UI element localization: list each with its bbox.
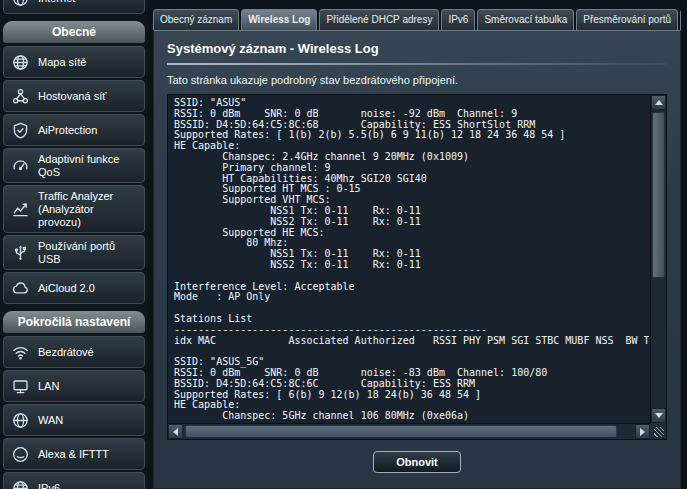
sidebar-item-aicloud[interactable]: AiCloud 2.0 xyxy=(3,272,145,304)
horizontal-scroll-track[interactable] xyxy=(183,424,635,439)
sidebar-item-usb[interactable]: Používání portů USB xyxy=(3,235,145,270)
shield-icon xyxy=(9,119,31,141)
up-arrow-icon xyxy=(655,100,663,105)
sidebar: Internet Obecné Mapa sítě Hostovaná síť … xyxy=(0,0,148,489)
down-arrow-icon xyxy=(655,413,663,418)
wifi-icon xyxy=(9,341,31,363)
wan-globe-icon xyxy=(9,409,31,431)
sidebar-item-label: LAN xyxy=(38,380,59,393)
tab-dhcp-leases[interactable]: Přidělené DHCP adresy xyxy=(319,9,439,30)
log-text: SSID: "ASUS" RSSI: 0 dBm SNR: 0 dB noise… xyxy=(169,96,649,422)
tab-routing-table[interactable]: Směrovací tabulka xyxy=(477,9,574,30)
sidebar-item-alexa-ifttt[interactable]: Alexa & IFTTT xyxy=(3,438,145,470)
sidebar-item-wan[interactable]: WAN xyxy=(3,404,145,436)
sidebar-item-label: WAN xyxy=(38,414,63,427)
ipv6-globe-icon xyxy=(9,477,31,489)
tab-ipv6[interactable]: IPv6 xyxy=(441,9,475,30)
sidebar-item-label: Používání portů USB xyxy=(38,240,139,265)
refresh-button[interactable]: Obnovit xyxy=(373,451,461,473)
sidebar-item-aiprotection[interactable]: AiProtection xyxy=(3,114,145,146)
title-divider xyxy=(167,63,667,65)
scroll-right-button[interactable] xyxy=(635,424,650,439)
sidebar-section-general: Obecné xyxy=(3,21,145,43)
scroll-left-button[interactable] xyxy=(168,424,183,439)
tab-general-log[interactable]: Obecný záznam xyxy=(153,9,239,30)
sidebar-item-label: Hostovaná síť xyxy=(38,90,106,103)
tab-connections[interactable]: Připojení xyxy=(680,9,681,30)
sidebar-item-traffic-analyzer[interactable]: Traffic Analyzer (Analyzátor provozu) xyxy=(3,185,145,233)
vertical-scroll-track[interactable] xyxy=(651,110,666,408)
internet-globe-icon xyxy=(9,0,31,9)
sidebar-item-network-map[interactable]: Mapa sítě xyxy=(3,46,145,78)
sidebar-item-ipv6[interactable]: IPv6 xyxy=(3,472,145,489)
sidebar-item-label: AiProtection xyxy=(38,124,97,137)
sidebar-item-lan[interactable]: LAN xyxy=(3,370,145,402)
sidebar-item-label: Mapa sítě xyxy=(38,56,86,69)
main-content: Obecný záznam Wireless Log Přidělené DHC… xyxy=(148,0,687,489)
sidebar-item-label: Alexa & IFTTT xyxy=(38,448,109,461)
right-arrow-icon xyxy=(640,428,645,436)
sidebar-item-label: Adaptivní funkce QoS xyxy=(38,153,139,178)
lan-monitor-icon xyxy=(9,375,31,397)
sidebar-item-wireless[interactable]: Bezdrátové xyxy=(3,336,145,368)
cloud-icon xyxy=(9,277,31,299)
sidebar-item-label: Bezdrátové xyxy=(38,346,94,359)
router-admin-screen: Internet Obecné Mapa sítě Hostovaná síť … xyxy=(0,0,687,489)
page-title: Systémový záznam - Wireless Log xyxy=(167,41,667,56)
horizontal-scrollbar[interactable] xyxy=(168,423,650,439)
guest-network-icon xyxy=(9,85,31,107)
resize-grip[interactable] xyxy=(650,423,666,439)
sidebar-item-label: Internet xyxy=(38,0,75,4)
vertical-scroll-thumb[interactable] xyxy=(652,112,665,278)
sidebar-item-label: AiCloud 2.0 xyxy=(38,282,95,295)
left-arrow-icon xyxy=(173,428,178,436)
vertical-scrollbar[interactable] xyxy=(650,95,666,423)
page-description: Tato stránka ukazuje podrobný stav bezdr… xyxy=(167,74,667,86)
network-map-icon xyxy=(9,51,31,73)
horizontal-scroll-thumb[interactable] xyxy=(185,425,617,438)
tab-bar: Obecný záznam Wireless Log Přidělené DHC… xyxy=(153,6,681,30)
sidebar-item-label: IPv6 xyxy=(38,482,60,489)
scroll-up-button[interactable] xyxy=(651,95,666,110)
scroll-down-button[interactable] xyxy=(651,408,666,423)
traffic-analyzer-icon xyxy=(9,198,31,220)
sidebar-item-label: Traffic Analyzer (Analyzátor provozu) xyxy=(38,190,139,228)
tab-port-forwarding[interactable]: Přesměrování portů xyxy=(576,9,678,30)
sidebar-item-guest-network[interactable]: Hostovaná síť xyxy=(3,80,145,112)
usb-icon xyxy=(9,242,31,264)
sidebar-item-internet[interactable]: Internet xyxy=(3,0,145,14)
qos-gauge-icon xyxy=(9,155,31,177)
wireless-log-textarea[interactable]: SSID: "ASUS" RSSI: 0 dBm SNR: 0 dB noise… xyxy=(167,94,667,440)
sidebar-item-qos[interactable]: Adaptivní funkce QoS xyxy=(3,148,145,183)
wireless-log-panel: Systémový záznam - Wireless Log Tato str… xyxy=(153,30,681,489)
sidebar-section-advanced: Pokročilá nastavení xyxy=(3,311,145,333)
alexa-icon xyxy=(9,443,31,465)
button-row: Obnovit xyxy=(167,440,667,473)
tab-wireless-log[interactable]: Wireless Log xyxy=(241,9,317,30)
